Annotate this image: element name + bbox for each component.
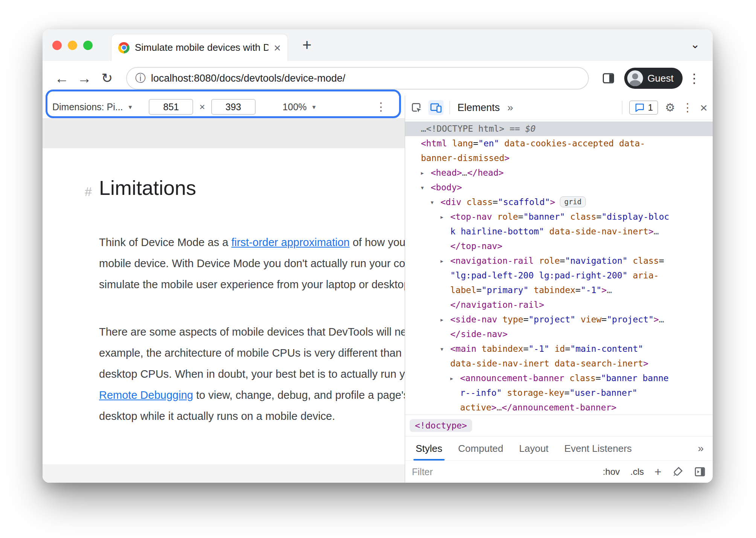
dom-tree-row[interactable]: ▾<body> — [405, 180, 713, 195]
zoom-window-button[interactable] — [83, 41, 93, 50]
address-toolbar: ← → ↻ ⓘ localhost:8080/docs/devtools/dev… — [43, 61, 713, 96]
issues-count: 1 — [648, 102, 653, 113]
styles-sidebar-tabs: StylesComputedLayoutEvent Listeners» — [405, 436, 713, 460]
breadcrumb-item-doctype[interactable]: <!doctype> — [410, 419, 472, 432]
close-window-button[interactable] — [52, 41, 62, 50]
dom-tree: …<!DOCTYPE html> == $0<html lang="en" da… — [405, 120, 713, 415]
text-run: to view, change, debug, and profile a pa… — [193, 389, 405, 401]
zoom-select[interactable]: 100% ▼ — [283, 102, 317, 112]
browser-menu-kebab-icon[interactable]: ⋮ — [685, 72, 704, 85]
dom-tree-row[interactable]: ▸<head>…</head> — [405, 166, 713, 180]
address-bar[interactable]: ⓘ localhost:8080/docs/devtools/device-mo… — [126, 67, 589, 90]
dom-tree-row[interactable]: </top-nav> — [405, 239, 713, 254]
dom-tree-row[interactable]: ▸<top-nav role="banner" class="display-b… — [405, 210, 713, 224]
site-info-icon[interactable]: ⓘ — [135, 73, 146, 84]
dom-tree-row[interactable]: </side-nav> — [405, 327, 713, 342]
dom-tree-row[interactable]: data-side-nav-inert data-search-inert> — [405, 356, 713, 371]
message-bubble-icon — [634, 102, 645, 113]
device-width-input[interactable] — [149, 99, 193, 115]
toggle-device-toolbar-icon[interactable] — [428, 100, 444, 115]
device-toolbar-menu-kebab-icon[interactable]: ⋮ — [375, 101, 387, 112]
dom-tree-row[interactable]: banner-dismissed> — [405, 151, 713, 166]
minimize-window-button[interactable] — [68, 41, 77, 50]
forward-button[interactable]: → — [74, 71, 94, 85]
rendering-brush-icon[interactable] — [672, 466, 683, 477]
dom-tree-row[interactable]: ▾<div class="scaffold">grid — [405, 195, 713, 210]
toolbar-divider — [622, 101, 622, 114]
inspect-element-icon[interactable] — [410, 102, 422, 114]
tab-search-chevron-icon[interactable]: ⌄ — [690, 38, 700, 51]
text-link[interactable]: Remote Debugging — [99, 389, 193, 401]
device-height-input[interactable] — [211, 99, 256, 115]
devtools-menu-kebab-icon[interactable]: ⋮ — [682, 102, 693, 113]
side-panel-icon[interactable] — [602, 71, 615, 85]
toggle-sidebar-icon[interactable] — [694, 466, 706, 478]
chevron-down-icon[interactable]: ▾ — [420, 180, 424, 195]
tab-elements[interactable]: Elements — [456, 102, 501, 114]
dom-tree-row[interactable]: label="primary" tabindex="-1">… — [405, 283, 713, 298]
page-title: Limitations — [99, 176, 405, 199]
chevron-right-icon[interactable]: ▸ — [420, 166, 424, 180]
chevron-down-icon: ▼ — [311, 104, 317, 110]
dom-tree-row[interactable]: ▾<main tabindex="-1" id="main-content" — [405, 342, 713, 356]
dom-tree-row[interactable]: …<!DOCTYPE html> == $0 — [405, 122, 713, 136]
dom-tree-row[interactable]: ▸<navigation-rail role="navigation" clas… — [405, 254, 713, 268]
paragraph-line: example, the architecture of mobile CPUs… — [99, 342, 405, 363]
browser-tab[interactable]: Simulate mobile devices with D × — [111, 34, 288, 61]
text-run: There are some aspects of mobile devices… — [99, 326, 405, 338]
chevron-right-icon[interactable]: ▸ — [440, 254, 444, 268]
dom-tree-row[interactable]: <html lang="en" data-cookies-accepted da… — [405, 136, 713, 151]
text-run: mobile device. With Device Mode you don'… — [99, 257, 405, 269]
dom-tree-row[interactable]: "lg:pad-left-200 lg:pad-right-200" aria- — [405, 268, 713, 283]
more-panels-icon[interactable]: » — [698, 442, 704, 454]
pseudo-class-toggle[interactable]: :hov — [603, 467, 620, 477]
dom-tree-row[interactable]: </navigation-rail> — [405, 298, 713, 312]
paragraph: There are some aspects of mobile devices… — [99, 321, 405, 427]
devtools-toolbar: Elements » 1 ⚙ ⋮ × — [405, 96, 713, 120]
styles-filter-input[interactable]: Filter — [412, 467, 592, 477]
paragraph-line: Remote Debugging to view, change, debug,… — [99, 385, 405, 406]
element-class-toggle[interactable]: .cls — [630, 467, 644, 477]
zoom-value: 100% — [283, 102, 307, 112]
chevron-down-icon[interactable]: ▾ — [430, 195, 434, 210]
chevron-right-icon[interactable]: ▸ — [440, 312, 444, 327]
settings-gear-icon[interactable]: ⚙ — [665, 102, 675, 113]
tab-computed[interactable]: Computed — [451, 436, 510, 460]
more-tabs-icon[interactable]: » — [508, 102, 514, 114]
tab-close-icon[interactable]: × — [274, 42, 281, 54]
traffic-lights — [52, 29, 93, 61]
chevron-down-icon[interactable]: ▾ — [440, 342, 444, 356]
new-style-rule-button[interactable]: + — [654, 466, 662, 478]
tab-layout[interactable]: Layout — [512, 436, 555, 460]
text-run: example, the architecture of mobile CPUs… — [99, 347, 405, 359]
chevron-right-icon[interactable]: ▸ — [450, 371, 454, 386]
profile-chip[interactable]: Guest — [624, 68, 683, 89]
chevron-right-icon[interactable]: ▸ — [440, 210, 444, 224]
new-tab-button[interactable]: + — [302, 35, 312, 56]
toolbar-divider — [450, 101, 450, 114]
paragraph-line: Think of Device Mode as a first-order ap… — [99, 232, 405, 253]
dom-tree-row[interactable]: k hairline-bottom" data-side-nav-inert>… — [405, 224, 713, 239]
dom-tree-row[interactable]: ▸<announcement-banner class="banner bann… — [405, 371, 713, 386]
styles-filter-bar: Filter :hov .cls + — [405, 460, 713, 483]
issues-counter-button[interactable]: 1 — [629, 100, 658, 115]
back-button[interactable]: ← — [52, 71, 72, 85]
chrome-favicon-icon — [118, 42, 130, 53]
chevron-down-icon: ▼ — [128, 104, 133, 110]
page-paragraphs: Think of Device Mode as a first-order ap… — [99, 232, 405, 427]
dom-tree-row[interactable]: ▸<side-nav type="project" view="project"… — [405, 312, 713, 327]
dimensions-label: Dimensions: Pi... — [52, 102, 123, 112]
text-link[interactable]: first-order approximation — [231, 236, 349, 248]
dimensions-select[interactable]: Dimensions: Pi... ▼ — [52, 102, 133, 112]
dom-tree-row[interactable]: active>…</announcement-banner> — [405, 400, 713, 415]
devtools-close-icon[interactable]: × — [700, 101, 707, 114]
tab-title: Simulate mobile devices with D — [135, 42, 268, 53]
heading-anchor-hash[interactable]: # — [85, 184, 92, 199]
dom-tree-row[interactable]: r--info" storage-key="user-banner" — [405, 386, 713, 400]
paragraph-line: mobile device. With Device Mode you don'… — [99, 253, 405, 274]
reload-button[interactable]: ↻ — [97, 71, 117, 85]
grid-adorner-badge[interactable]: grid — [560, 196, 586, 207]
tab-styles[interactable]: Styles — [409, 436, 449, 460]
tab-event-listeners[interactable]: Event Listeners — [558, 436, 639, 460]
paragraph-line: desktop CPUs. When in doubt, your best b… — [99, 363, 405, 385]
